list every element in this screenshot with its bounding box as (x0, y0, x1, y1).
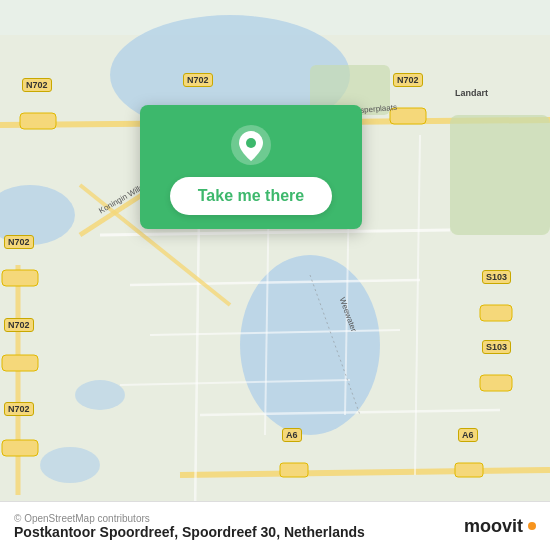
svg-line-22 (150, 330, 400, 335)
road-label-n702-2: N702 (183, 73, 213, 87)
map-background: N702 N702 N702 N702 N702 N702 A6 A6 S103… (0, 0, 550, 550)
road-label-s103-2: S103 (482, 340, 511, 354)
svg-point-4 (75, 380, 125, 410)
svg-point-5 (40, 447, 100, 483)
road-label-n702-1: N702 (22, 78, 52, 92)
moovit-logo: moovit (464, 516, 536, 537)
svg-rect-19 (480, 375, 512, 391)
take-me-there-button[interactable]: Take me there (170, 177, 332, 215)
svg-rect-12 (2, 270, 38, 286)
svg-line-20 (100, 230, 450, 235)
svg-line-21 (130, 280, 420, 285)
svg-line-15 (180, 470, 550, 475)
svg-rect-7 (20, 113, 56, 129)
svg-line-31 (310, 275, 360, 415)
road-label-n702-3: N702 (393, 73, 423, 87)
svg-rect-18 (480, 305, 512, 321)
location-pin-icon (229, 123, 273, 167)
road-label-n702-6: N702 (4, 402, 34, 416)
svg-rect-14 (2, 440, 38, 456)
location-info: © OpenStreetMap contributors Postkantoor… (14, 512, 365, 540)
popup-card: Take me there (140, 105, 362, 229)
park-label: Landart (455, 88, 488, 98)
svg-rect-17 (455, 463, 483, 477)
copyright-text: © OpenStreetMap contributors (14, 513, 365, 524)
road-label-n702-5: N702 (4, 318, 34, 332)
map-container: N702 N702 N702 N702 N702 N702 A6 A6 S103… (0, 0, 550, 550)
moovit-logo-text: moovit (464, 516, 523, 537)
location-name: Postkantoor Spoordreef, Spoordreef 30, N… (14, 524, 365, 540)
svg-rect-16 (280, 463, 308, 477)
bottom-bar: © OpenStreetMap contributors Postkantoor… (0, 501, 550, 550)
moovit-logo-dot (528, 522, 536, 530)
road-label-n702-4: N702 (4, 235, 34, 249)
road-label-s103-1: S103 (482, 270, 511, 284)
road-label-a6-1: A6 (282, 428, 302, 442)
svg-point-34 (246, 138, 256, 148)
svg-line-23 (120, 380, 350, 385)
road-label-weewater: Weewater (338, 296, 359, 333)
svg-rect-29 (450, 115, 550, 235)
svg-line-24 (200, 410, 500, 415)
svg-rect-13 (2, 355, 38, 371)
svg-line-28 (415, 135, 420, 475)
svg-point-1 (240, 255, 380, 435)
road-label-a6-2: A6 (458, 428, 478, 442)
